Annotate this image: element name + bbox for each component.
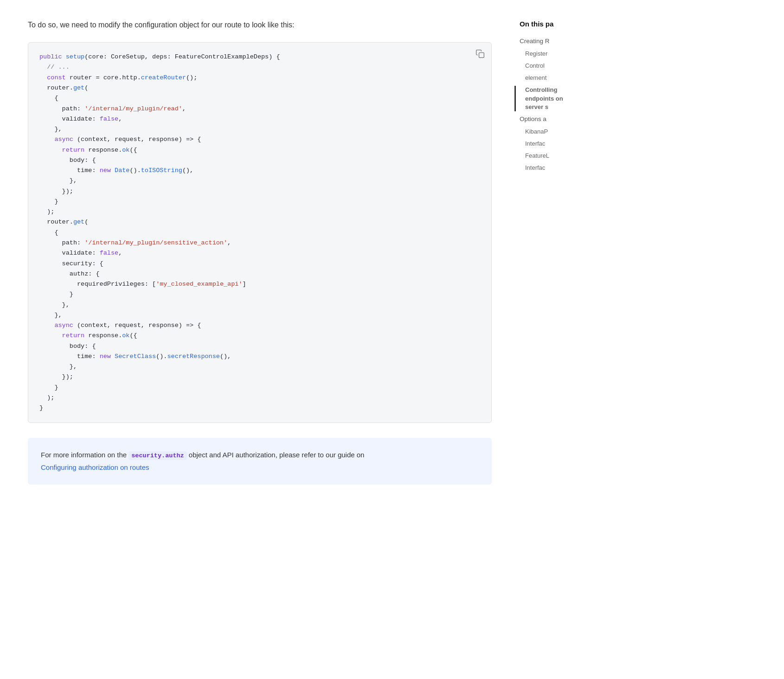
intro-paragraph: To do so, we need to modify the configur… bbox=[28, 19, 492, 31]
sidebar-item-controlling-endpoints[interactable]: Controllingendpoints onserver s bbox=[514, 86, 631, 111]
sidebar-nav: Creating R Register Control element Cont… bbox=[520, 37, 631, 173]
info-link[interactable]: Configuring authorization on routes bbox=[41, 463, 149, 471]
sidebar-item-kibanap[interactable]: KibanaP bbox=[520, 128, 631, 136]
info-prefix: For more information on the bbox=[41, 451, 129, 459]
sidebar-title: On this pa bbox=[520, 19, 631, 30]
sidebar-item-control[interactable]: Control bbox=[520, 62, 631, 70]
sidebar-item-interfac1[interactable]: Interfac bbox=[520, 140, 631, 148]
svg-rect-0 bbox=[479, 53, 484, 58]
sidebar-item-creating[interactable]: Creating R bbox=[520, 37, 631, 46]
sidebar-item-options[interactable]: Options a bbox=[520, 115, 631, 124]
copy-icon[interactable] bbox=[476, 49, 485, 63]
sidebar: On this pa Creating R Register Control e… bbox=[510, 19, 640, 660]
sidebar-item-element[interactable]: element bbox=[520, 74, 631, 82]
sidebar-item-active-label: Controllingendpoints onserver s bbox=[525, 86, 563, 110]
info-code-term: security.authz bbox=[129, 451, 186, 460]
sidebar-item-interfac2[interactable]: Interfac bbox=[520, 164, 631, 172]
info-middle: object and API authorization, please ref… bbox=[187, 451, 365, 459]
sidebar-item-featurel[interactable]: FeatureL bbox=[520, 152, 631, 160]
code-pre: public setup(core: CoreSetup, deps: Feat… bbox=[28, 43, 491, 423]
sidebar-item-register[interactable]: Register bbox=[520, 50, 631, 58]
code-block: public setup(core: CoreSetup, deps: Feat… bbox=[28, 42, 492, 423]
main-content: To do so, we need to modify the configur… bbox=[0, 19, 510, 660]
info-box: For more information on the security.aut… bbox=[28, 438, 492, 484]
